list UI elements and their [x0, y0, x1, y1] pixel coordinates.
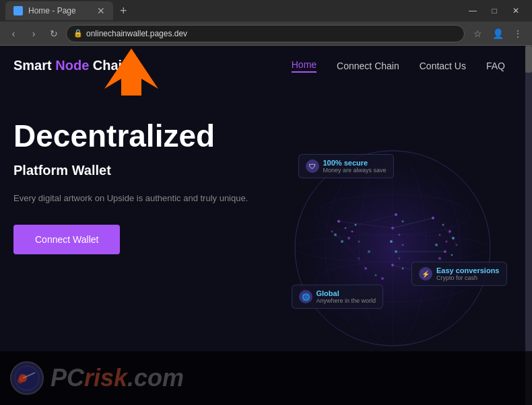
- svg-point-42: [381, 277, 384, 280]
- svg-point-12: [351, 231, 353, 233]
- secure-badge-content: 100% secure Money are always save: [323, 159, 387, 174]
- svg-point-19: [401, 221, 403, 223]
- nav-faq[interactable]: FAQ: [486, 61, 505, 71]
- hero-subtitle: Platform Wallet: [13, 163, 266, 178]
- tab-favicon: [13, 6, 23, 15]
- logo-node: Node: [55, 58, 89, 73]
- url-text: onlinechainwallet.pages.dev: [86, 29, 187, 38]
- window-controls: — □ ✕: [462, 0, 527, 22]
- svg-point-57: [18, 378, 23, 383]
- svg-point-21: [398, 234, 400, 236]
- pcrisk-pc: PC: [51, 364, 84, 392]
- conversions-badge-content: Easy conversions Crypto for cash: [436, 266, 500, 281]
- svg-point-17: [358, 241, 360, 243]
- bookmark-button[interactable]: ☆: [469, 25, 486, 42]
- svg-point-25: [398, 258, 400, 260]
- tab-close-button[interactable]: ✕: [97, 5, 105, 16]
- svg-point-30: [448, 230, 451, 233]
- pcrisk-risk: risk: [84, 364, 127, 392]
- conversions-icon: ⚡: [419, 267, 432, 281]
- connect-wallet-button[interactable]: Connect Wallet: [13, 225, 120, 254]
- nav-contact-us[interactable]: Contact Us: [420, 61, 466, 71]
- secure-icon: 🛡: [306, 159, 319, 173]
- secure-badge-sub: Money are always save: [323, 167, 387, 174]
- global-badge-title: Global: [317, 289, 376, 297]
- conversions-badge-title: Easy conversions: [436, 266, 500, 274]
- browser-tab[interactable]: Home - Page ✕: [5, 1, 113, 20]
- nav-links: Home Connect Chain Contact Us FAQ: [292, 59, 519, 73]
- refresh-button[interactable]: ↻: [46, 26, 62, 42]
- secure-badge-title: 100% secure: [323, 159, 387, 167]
- global-badge-sub: Anywhere in the world: [317, 297, 376, 304]
- svg-point-31: [438, 234, 440, 236]
- minimize-button[interactable]: —: [462, 0, 484, 22]
- browser-toolbar: ‹ › ↻ 🔒 onlinechainwallet.pages.dev ☆ 👤 …: [0, 22, 532, 46]
- svg-point-46: [368, 250, 370, 253]
- website-content: Smart Node Chain Home Connect Chain Cont…: [0, 46, 532, 405]
- pcrisk-com: .com: [127, 364, 184, 392]
- svg-marker-0: [104, 48, 158, 96]
- feature-badge-secure: 🛡 100% secure Money are always save: [298, 154, 394, 178]
- browser-titlebar: Home - Page ✕ + — □ ✕: [0, 0, 532, 22]
- svg-point-33: [445, 241, 447, 243]
- svg-point-37: [451, 254, 453, 256]
- logo-smart: Smart: [13, 58, 55, 73]
- profile-button[interactable]: 👤: [489, 25, 506, 42]
- hero-description: Every digital artwork on Upside is authe…: [13, 192, 266, 205]
- new-tab-button[interactable]: +: [116, 4, 131, 18]
- svg-point-38: [438, 257, 441, 260]
- feature-badge-global: 🌐 Global Anywhere in the world: [292, 285, 384, 309]
- lock-icon: 🔒: [73, 29, 83, 38]
- nav-connect-chain[interactable]: Connect Chain: [337, 61, 399, 71]
- globe-container: 🛡 100% secure Money are always save ⚡ Ea…: [278, 134, 507, 363]
- feature-badge-conversions: ⚡ Easy conversions Crypto for cash: [411, 262, 507, 286]
- global-badge-content: Global Anywhere in the world: [317, 289, 376, 304]
- svg-point-22: [390, 240, 393, 243]
- nav-home[interactable]: Home: [292, 59, 317, 73]
- conversions-badge-sub: Crypto for cash: [436, 274, 500, 281]
- forward-button[interactable]: ›: [26, 26, 42, 42]
- toolbar-actions: ☆ 👤 ⋮: [469, 25, 527, 42]
- svg-point-27: [401, 268, 403, 270]
- back-button[interactable]: ‹: [5, 26, 22, 42]
- menu-button[interactable]: ⋮: [509, 25, 527, 42]
- close-button[interactable]: ✕: [505, 0, 527, 22]
- svg-point-16: [347, 237, 350, 240]
- global-icon: 🌐: [299, 290, 312, 303]
- site-navigation: Smart Node Chain Home Connect Chain Cont…: [0, 46, 532, 85]
- address-bar[interactable]: 🔒 onlinechainwallet.pages.dev: [66, 25, 465, 42]
- pcrisk-watermark: PCrisk.com: [0, 351, 532, 405]
- maximize-button[interactable]: □: [484, 0, 505, 22]
- hero-title: Decentralized: [13, 119, 266, 153]
- tab-title: Home - Page: [28, 6, 76, 15]
- svg-point-41: [374, 274, 376, 277]
- pcrisk-text: PCrisk.com: [51, 364, 184, 392]
- svg-point-23: [401, 244, 403, 246]
- pcrisk-logo: [10, 361, 44, 395]
- browser-chrome: Home - Page ✕ + — □ ✕ ‹ › ↻ 🔒 onlinechai…: [0, 0, 532, 46]
- svg-point-34: [435, 244, 438, 246]
